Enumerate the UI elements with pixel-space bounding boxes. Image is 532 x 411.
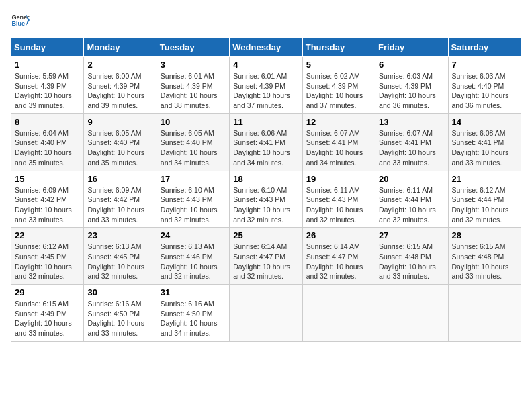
- cell-details: Sunrise: 6:12 AMSunset: 4:44 PMDaylight:…: [452, 185, 517, 225]
- calendar-cell: 12Sunrise: 6:07 AMSunset: 4:41 PMDayligh…: [302, 113, 375, 171]
- calendar-week-row: 22Sunrise: 6:12 AMSunset: 4:45 PMDayligh…: [11, 228, 521, 285]
- calendar-cell: [230, 285, 302, 342]
- cell-details: Sunrise: 5:59 AMSunset: 4:39 PMDaylight:…: [15, 71, 80, 111]
- cell-details: Sunrise: 6:16 AMSunset: 4:50 PMDaylight:…: [87, 299, 152, 338]
- calendar-cell: 10Sunrise: 6:05 AMSunset: 4:40 PMDayligh…: [157, 113, 229, 171]
- day-number: 24: [161, 230, 226, 240]
- svg-text:Blue: Blue: [11, 20, 25, 27]
- cell-details: Sunrise: 6:01 AMSunset: 4:39 PMDaylight:…: [161, 71, 226, 111]
- cell-details: Sunrise: 6:01 AMSunset: 4:39 PMDaylight:…: [233, 71, 298, 111]
- calendar-cell: 23Sunrise: 6:13 AMSunset: 4:45 PMDayligh…: [84, 228, 157, 285]
- calendar-header-friday: Friday: [375, 38, 448, 57]
- calendar-cell: 15Sunrise: 6:09 AMSunset: 4:42 PMDayligh…: [11, 171, 84, 228]
- calendar-cell: 11Sunrise: 6:06 AMSunset: 4:41 PMDayligh…: [230, 113, 302, 171]
- day-number: 26: [306, 230, 371, 240]
- cell-details: Sunrise: 6:13 AMSunset: 4:45 PMDaylight:…: [87, 242, 152, 281]
- cell-details: Sunrise: 6:15 AMSunset: 4:49 PMDaylight:…: [15, 299, 80, 338]
- calendar-cell: 1Sunrise: 5:59 AMSunset: 4:39 PMDaylight…: [11, 57, 84, 114]
- cell-details: Sunrise: 6:07 AMSunset: 4:41 PMDaylight:…: [379, 128, 444, 168]
- cell-details: Sunrise: 6:12 AMSunset: 4:45 PMDaylight:…: [15, 242, 80, 281]
- calendar-cell: 5Sunrise: 6:02 AMSunset: 4:39 PMDaylight…: [302, 57, 375, 114]
- cell-details: Sunrise: 6:10 AMSunset: 4:43 PMDaylight:…: [233, 185, 298, 225]
- calendar-cell: 30Sunrise: 6:16 AMSunset: 4:50 PMDayligh…: [84, 285, 157, 342]
- day-number: 9: [87, 117, 152, 127]
- calendar-cell: 6Sunrise: 6:03 AMSunset: 4:39 PMDaylight…: [375, 57, 448, 114]
- calendar-cell: 18Sunrise: 6:10 AMSunset: 4:43 PMDayligh…: [230, 171, 302, 228]
- calendar-table: SundayMondayTuesdayWednesdayThursdayFrid…: [11, 38, 521, 342]
- calendar-cell: 16Sunrise: 6:09 AMSunset: 4:42 PMDayligh…: [84, 171, 157, 228]
- day-number: 13: [379, 117, 444, 127]
- day-number: 21: [452, 174, 517, 184]
- cell-details: Sunrise: 6:09 AMSunset: 4:42 PMDaylight:…: [15, 185, 80, 225]
- day-number: 25: [233, 230, 298, 240]
- cell-details: Sunrise: 6:16 AMSunset: 4:50 PMDaylight:…: [161, 299, 226, 338]
- day-number: 2: [87, 60, 152, 70]
- page-header: General Blue: [11, 11, 521, 30]
- cell-details: Sunrise: 6:13 AMSunset: 4:46 PMDaylight:…: [161, 242, 226, 281]
- day-number: 28: [452, 230, 517, 240]
- calendar-cell: [448, 285, 521, 342]
- day-number: 5: [306, 60, 371, 70]
- calendar-cell: [375, 285, 448, 342]
- day-number: 16: [87, 174, 152, 184]
- calendar-header-thursday: Thursday: [302, 38, 375, 57]
- cell-details: Sunrise: 6:00 AMSunset: 4:39 PMDaylight:…: [87, 71, 152, 111]
- day-number: 7: [452, 60, 517, 70]
- cell-details: Sunrise: 6:11 AMSunset: 4:43 PMDaylight:…: [306, 185, 371, 225]
- calendar-week-row: 8Sunrise: 6:04 AMSunset: 4:40 PMDaylight…: [11, 113, 521, 171]
- calendar-cell: 7Sunrise: 6:03 AMSunset: 4:40 PMDaylight…: [448, 57, 521, 114]
- calendar-cell: 8Sunrise: 6:04 AMSunset: 4:40 PMDaylight…: [11, 113, 84, 171]
- day-number: 30: [87, 287, 152, 298]
- day-number: 18: [233, 174, 298, 184]
- calendar-cell: 13Sunrise: 6:07 AMSunset: 4:41 PMDayligh…: [375, 113, 448, 171]
- calendar-cell: 20Sunrise: 6:11 AMSunset: 4:44 PMDayligh…: [375, 171, 448, 228]
- calendar-header-wednesday: Wednesday: [230, 38, 302, 57]
- logo-icon: General Blue: [11, 11, 30, 30]
- cell-details: Sunrise: 6:03 AMSunset: 4:39 PMDaylight:…: [379, 71, 444, 111]
- day-number: 27: [379, 230, 444, 240]
- calendar-header-tuesday: Tuesday: [157, 38, 229, 57]
- cell-details: Sunrise: 6:07 AMSunset: 4:41 PMDaylight:…: [306, 128, 371, 168]
- calendar-cell: 17Sunrise: 6:10 AMSunset: 4:43 PMDayligh…: [157, 171, 229, 228]
- calendar-week-row: 29Sunrise: 6:15 AMSunset: 4:49 PMDayligh…: [11, 285, 521, 342]
- calendar-cell: 27Sunrise: 6:15 AMSunset: 4:48 PMDayligh…: [375, 228, 448, 285]
- cell-details: Sunrise: 6:14 AMSunset: 4:47 PMDaylight:…: [233, 242, 298, 281]
- calendar-header-monday: Monday: [84, 38, 157, 57]
- cell-details: Sunrise: 6:06 AMSunset: 4:41 PMDaylight:…: [233, 128, 298, 168]
- day-number: 12: [306, 117, 371, 127]
- day-number: 15: [15, 174, 80, 184]
- calendar-header-sunday: Sunday: [11, 38, 84, 57]
- day-number: 1: [15, 60, 80, 70]
- day-number: 6: [379, 60, 444, 70]
- day-number: 17: [161, 174, 226, 184]
- day-number: 14: [452, 117, 517, 127]
- calendar-cell: 4Sunrise: 6:01 AMSunset: 4:39 PMDaylight…: [230, 57, 302, 114]
- cell-details: Sunrise: 6:04 AMSunset: 4:40 PMDaylight:…: [15, 128, 80, 168]
- cell-details: Sunrise: 6:10 AMSunset: 4:43 PMDaylight:…: [161, 185, 226, 225]
- cell-details: Sunrise: 6:09 AMSunset: 4:42 PMDaylight:…: [87, 185, 152, 225]
- calendar-header-row: SundayMondayTuesdayWednesdayThursdayFrid…: [11, 38, 521, 57]
- calendar-cell: 19Sunrise: 6:11 AMSunset: 4:43 PMDayligh…: [302, 171, 375, 228]
- cell-details: Sunrise: 6:14 AMSunset: 4:47 PMDaylight:…: [306, 242, 371, 281]
- day-number: 3: [161, 60, 226, 70]
- calendar-week-row: 15Sunrise: 6:09 AMSunset: 4:42 PMDayligh…: [11, 171, 521, 228]
- day-number: 22: [15, 230, 80, 240]
- calendar-header-saturday: Saturday: [448, 38, 521, 57]
- calendar-cell: 9Sunrise: 6:05 AMSunset: 4:40 PMDaylight…: [84, 113, 157, 171]
- calendar-cell: 29Sunrise: 6:15 AMSunset: 4:49 PMDayligh…: [11, 285, 84, 342]
- cell-details: Sunrise: 6:03 AMSunset: 4:40 PMDaylight:…: [452, 71, 517, 111]
- calendar-cell: 31Sunrise: 6:16 AMSunset: 4:50 PMDayligh…: [157, 285, 229, 342]
- calendar-cell: 26Sunrise: 6:14 AMSunset: 4:47 PMDayligh…: [302, 228, 375, 285]
- cell-details: Sunrise: 6:15 AMSunset: 4:48 PMDaylight:…: [379, 242, 444, 281]
- day-number: 11: [233, 117, 298, 127]
- day-number: 29: [15, 287, 80, 298]
- day-number: 10: [161, 117, 226, 127]
- day-number: 31: [161, 287, 226, 298]
- calendar-cell: 14Sunrise: 6:08 AMSunset: 4:41 PMDayligh…: [448, 113, 521, 171]
- cell-details: Sunrise: 6:11 AMSunset: 4:44 PMDaylight:…: [379, 185, 444, 225]
- day-number: 20: [379, 174, 444, 184]
- calendar-week-row: 1Sunrise: 5:59 AMSunset: 4:39 PMDaylight…: [11, 57, 521, 114]
- cell-details: Sunrise: 6:02 AMSunset: 4:39 PMDaylight:…: [306, 71, 371, 111]
- cell-details: Sunrise: 6:05 AMSunset: 4:40 PMDaylight:…: [87, 128, 152, 168]
- calendar-cell: 22Sunrise: 6:12 AMSunset: 4:45 PMDayligh…: [11, 228, 84, 285]
